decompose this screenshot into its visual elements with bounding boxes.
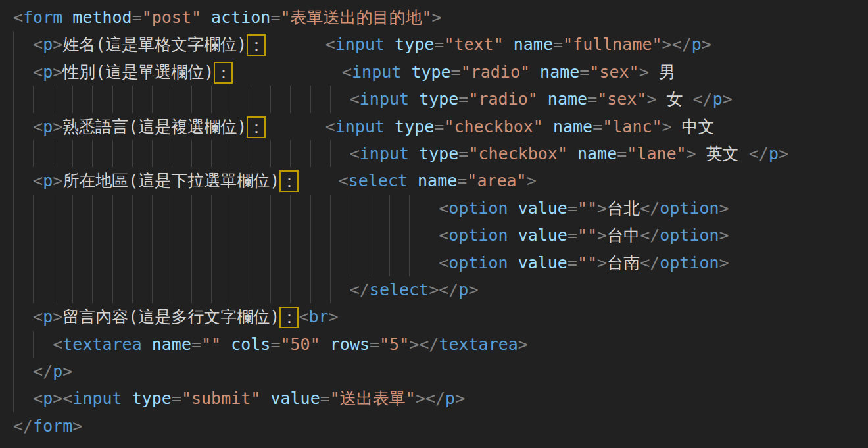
token-punctuation: > [416,389,425,408]
code-line[interactable]: <option value="">台中</option> [13,222,868,249]
token-tag-name: option [660,253,719,272]
token-plain-text: 中文 [672,117,715,136]
indent-guide [132,195,133,222]
code-line[interactable]: <input type="radio" name="sex"> 女 </p> [13,86,868,112]
code-line[interactable]: <input type="checkbox" name="lane"> 英文 <… [13,140,868,167]
indent-guide [330,86,331,112]
token-attribute-name: name [540,62,579,82]
token-punctuation: > [72,416,82,436]
token-attribute-name: name [548,89,587,109]
code-line[interactable]: <option value="">台南</option> [13,249,868,276]
token-attribute-name: rows [330,335,370,354]
indent-guide [191,249,192,276]
code-line[interactable]: <p><input type="submit" value="送出表單"></p… [13,385,868,412]
code-line[interactable]: </p> [13,358,868,385]
token-punctuation: > [687,144,696,163]
token-plain-text: 男 [649,62,675,82]
token-plain-text [122,389,132,408]
token-tag-name: option [448,226,508,245]
indent-guide [53,195,53,222]
token-tag-name: p [458,280,468,299]
code-line[interactable]: <option value="">台北</option> [13,195,868,222]
token-tag-name: p [43,307,53,326]
token-punctuation: </ [13,416,33,436]
token-punctuation: </ [693,89,713,109]
code-line[interactable]: <form method="post" action="表單送出的目的地"> [13,4,868,31]
indent-guide [13,358,14,385]
indent-guide [13,31,14,58]
token-plain-text [13,62,33,82]
indent-guide [92,195,93,222]
token-tag-name: p [445,389,455,408]
token-punctuation: </ [640,226,660,245]
token-plain-text [13,117,33,136]
token-string-value: "" [577,199,597,218]
indent-guide [231,140,231,167]
token-tag-name: input [352,62,401,82]
token-punctuation: > [432,8,442,27]
indent-guide [350,249,350,276]
indent-guide [270,140,271,167]
token-attribute-name: method [72,8,132,27]
code-line[interactable]: <p>姓名(這是單格文字欄位)： <input type="text" name… [13,31,868,58]
indent-guide [172,249,172,276]
indent-guide [251,195,251,222]
token-punctuation: > [597,253,607,272]
token-plain-text [260,389,270,408]
code-line[interactable]: </form> [13,412,868,439]
token-punctuation: = [587,89,597,109]
token-plain-text: 熟悉語言(這是複選欄位) [62,117,247,136]
code-line[interactable]: <p>留言內容(這是多行文字欄位)：<br> [13,303,868,330]
token-plain-text [13,226,439,245]
indent-guide [13,59,14,86]
token-attribute-name: type [419,144,458,163]
indent-guide [389,222,390,249]
indent-guide [330,195,331,222]
indent-guide [231,86,231,112]
token-punctuation: > [468,280,478,299]
indent-guide [112,249,113,276]
indent-guide [33,86,34,112]
token-punctuation: </ [425,389,445,408]
indent-guide [33,249,34,276]
indent-guide [112,276,113,303]
code-line[interactable]: <p>所在地區(這是下拉選單欄位)： <select name="area"> [13,167,868,194]
indent-guide [92,249,93,276]
token-tag-name: p [43,117,53,136]
unicode-highlight-colon: ： [279,307,299,328]
indent-guide [172,86,172,112]
indent-guide [290,195,291,222]
indent-guide [172,195,172,222]
token-punctuation: </ [749,144,769,163]
indent-guide [211,195,212,222]
code-editor[interactable]: <form method="post" action="表單送出的目的地"> <… [0,0,868,448]
token-tag-name: p [43,389,53,408]
indent-guide [53,222,53,249]
indent-guide [310,276,311,303]
indent-guide [191,195,192,222]
indent-guide [132,276,133,303]
indent-guide [270,195,271,222]
indent-guide [330,276,331,303]
token-attribute-name: value [270,389,320,408]
token-plain-text [385,117,395,136]
indent-guide [270,222,271,249]
code-line[interactable]: <p>性別(這是單選欄位)： <input type="radio" name=… [13,59,868,86]
token-attribute-name: type [411,62,450,82]
token-string-value: "sex" [589,62,639,82]
token-punctuation: > [597,226,607,245]
token-punctuation: < [53,335,62,354]
token-punctuation: = [553,35,563,54]
token-plain-text: 所在地區(這是下拉選單欄位) [62,171,279,190]
code-line[interactable]: <textarea name="" cols="50" rows="5"></t… [13,331,868,358]
token-punctuation: = [617,144,627,163]
code-line[interactable]: <p>熟悉語言(這是複選欄位)： <input type="checkbox" … [13,113,868,140]
indent-guide [370,249,370,276]
token-plain-text: 性別(這是單選欄位) [62,62,214,82]
code-line[interactable]: </select></p> [13,276,868,303]
token-punctuation: = [172,389,181,408]
indent-guide [290,222,291,249]
indent-guide [112,86,113,112]
token-punctuation: > [646,89,656,109]
token-tag-name: option [660,226,719,245]
